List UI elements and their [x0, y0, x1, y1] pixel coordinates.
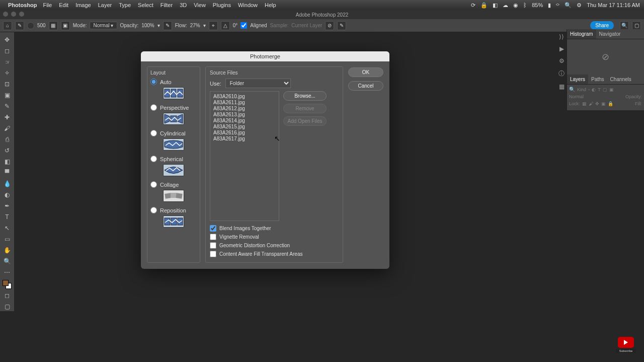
clone-source-icon[interactable]: ▣: [61, 21, 70, 30]
menu-help[interactable]: Help: [265, 2, 276, 8]
menu-window[interactable]: Window: [238, 2, 258, 8]
hand-tool-icon[interactable]: ✋: [2, 246, 12, 255]
pressure-size-icon[interactable]: ✎: [337, 21, 346, 30]
layout-perspective[interactable]: Perspective: [150, 104, 197, 111]
frame-tool-icon[interactable]: ▣: [2, 91, 12, 100]
app-name[interactable]: Photoshop: [8, 2, 37, 8]
clock[interactable]: Thu Mar 17 11:16 AM: [587, 2, 640, 8]
share-button[interactable]: Share: [590, 21, 614, 30]
gradient-tool-icon[interactable]: ▀: [2, 168, 12, 177]
screenmode-icon[interactable]: ▢: [2, 302, 12, 311]
angle-icon[interactable]: △: [221, 21, 230, 30]
workspace-icon[interactable]: ▢: [632, 21, 641, 30]
tool-preset-icon[interactable]: ✎: [15, 21, 24, 30]
adjust-icon[interactable]: ⚙: [559, 57, 565, 64]
filter-type-icon[interactable]: T: [598, 87, 601, 92]
tab-histogram[interactable]: Histogram: [567, 29, 596, 39]
filter-shape-icon[interactable]: ▢: [603, 87, 607, 92]
list-item[interactable]: A83A2616.jpg: [213, 130, 276, 135]
eraser-tool-icon[interactable]: ◧: [2, 157, 12, 166]
type-tool-icon[interactable]: T: [2, 212, 12, 222]
home-icon[interactable]: ⌂: [3, 21, 12, 30]
tab-channels[interactable]: Channels: [607, 75, 634, 84]
zoom-tool-icon[interactable]: 🔍: [2, 257, 12, 266]
swatch-icon[interactable]: ▦: [559, 83, 565, 90]
filter-smart-icon[interactable]: ▣: [609, 87, 614, 92]
airbrush-icon[interactable]: ⌖: [209, 21, 218, 30]
list-item[interactable]: A83A2612.jpg: [213, 106, 276, 111]
path-tool-icon[interactable]: ↖: [2, 224, 12, 233]
lock-trans-icon[interactable]: ▦: [582, 101, 587, 106]
brush-size[interactable]: 500: [37, 23, 46, 28]
mode-select[interactable]: Normal ▾: [90, 22, 117, 29]
menu-image[interactable]: Image: [75, 2, 91, 8]
quickmask-icon[interactable]: ◻: [2, 291, 12, 300]
list-item[interactable]: A83A2615.jpg: [213, 124, 276, 129]
info-icon[interactable]: ⓘ: [558, 69, 565, 78]
list-item[interactable]: A83A2611.jpg: [213, 100, 276, 105]
history-brush-tool-icon[interactable]: ↺: [2, 146, 12, 155]
list-item[interactable]: A83A2617.jpg: [213, 136, 276, 141]
brush-preview-icon[interactable]: [27, 22, 34, 29]
flow-value[interactable]: 27%: [190, 23, 200, 28]
angle-value[interactable]: 0°: [233, 23, 238, 28]
layout-collage[interactable]: Collage: [150, 181, 197, 188]
traffic-lights[interactable]: [3, 12, 24, 17]
menu-3d[interactable]: 3D: [180, 2, 187, 8]
layout-reposition[interactable]: Reposition: [150, 207, 197, 213]
collapse-icon[interactable]: ⟩⟩: [559, 33, 564, 40]
heal-tool-icon[interactable]: ✚: [2, 113, 12, 122]
move-tool-icon[interactable]: ✥: [2, 35, 12, 44]
blend-checkbox[interactable]: Blend Images Together: [210, 225, 339, 232]
layout-auto[interactable]: Auto: [150, 79, 197, 85]
aligned-checkbox[interactable]: [240, 22, 247, 29]
use-select[interactable]: Folder: [225, 79, 291, 88]
dodge-tool-icon[interactable]: ◐: [2, 190, 12, 199]
vignette-checkbox[interactable]: Vignette Removal: [210, 234, 339, 240]
battery-percent[interactable]: 85%: [532, 2, 543, 8]
bluetooth-icon[interactable]: ᛒ: [523, 2, 527, 8]
tab-paths[interactable]: Paths: [588, 75, 607, 84]
list-item[interactable]: A83A2614.jpg: [213, 118, 276, 123]
youtube-badge[interactable]: Subscribe: [616, 337, 636, 353]
layout-spherical[interactable]: Spherical: [150, 156, 197, 162]
filter-adj-icon[interactable]: ◐: [592, 87, 596, 92]
menu-plugins[interactable]: Plugins: [213, 2, 231, 8]
menu-select[interactable]: Select: [138, 2, 153, 8]
battery-icon[interactable]: ▮: [548, 2, 551, 9]
status-icon[interactable]: ⟳: [471, 2, 475, 9]
search-icon[interactable]: 🔍: [620, 21, 629, 30]
file-list[interactable]: A83A2610.jpg A83A2611.jpg A83A2612.jpg A…: [210, 91, 279, 221]
cancel-button[interactable]: Cancel: [348, 81, 383, 91]
lock-art-icon[interactable]: ▣: [601, 101, 606, 106]
lock-pixel-icon[interactable]: 🖌: [589, 101, 593, 106]
filter-pixel-icon[interactable]: ▫: [588, 87, 590, 92]
menu-layer[interactable]: Layer: [98, 2, 112, 8]
tab-layers[interactable]: Layers: [567, 75, 588, 84]
cc-icon[interactable]: ☁: [503, 2, 508, 9]
stamp-tool-icon[interactable]: ⎙: [2, 135, 12, 144]
lock-pos-icon[interactable]: ✥: [595, 101, 599, 106]
fg-bg-swatch[interactable]: [3, 280, 12, 289]
play-icon[interactable]: ▶: [559, 45, 564, 52]
brush-tool-icon[interactable]: 🖌: [2, 124, 12, 133]
brush-panel-icon[interactable]: ▦: [49, 21, 58, 30]
menu-edit[interactable]: Edit: [59, 2, 68, 8]
layout-cylindrical[interactable]: Cylindrical: [150, 130, 197, 136]
shape-tool-icon[interactable]: ▭: [2, 235, 12, 244]
list-item[interactable]: A83A2613.jpg: [213, 112, 276, 117]
ignore-adj-icon[interactable]: ⊘: [325, 21, 334, 30]
filter-kind-icon[interactable]: 🔍: [569, 87, 575, 92]
pen-tool-icon[interactable]: ✒: [2, 201, 12, 210]
lock-all-icon[interactable]: 🔒: [608, 101, 613, 106]
marquee-tool-icon[interactable]: ◻: [2, 46, 12, 55]
siri-icon[interactable]: ◉: [513, 2, 518, 9]
tab-navigator[interactable]: Navigator: [596, 29, 624, 39]
ok-button[interactable]: OK: [348, 67, 383, 77]
display-icon[interactable]: ◧: [493, 2, 498, 9]
control-center-icon[interactable]: ⚙: [577, 2, 582, 9]
menu-type[interactable]: Type: [119, 2, 131, 8]
blend-mode[interactable]: Normal: [569, 94, 584, 99]
spotlight-icon[interactable]: 🔍: [565, 2, 572, 9]
eyedropper-tool-icon[interactable]: ✎: [2, 102, 12, 111]
